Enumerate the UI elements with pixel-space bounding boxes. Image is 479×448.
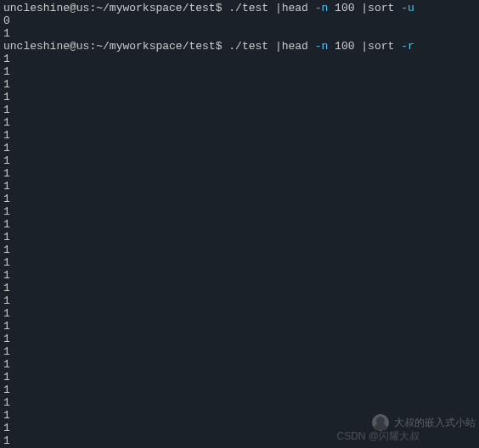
command-text: ./test |head — [228, 40, 314, 53]
output-line: 1 — [3, 256, 476, 269]
output-line: 1 — [3, 167, 476, 180]
output-line: 1 — [3, 358, 476, 371]
output-line: 1 — [3, 193, 476, 205]
prompt-line-1[interactable]: uncleshine@us:~/myworkspace/test$ ./test… — [3, 2, 476, 14]
flag-r: -r — [401, 40, 414, 53]
output-line: 1 — [3, 154, 476, 167]
terminal-output: uncleshine@us:~/myworkspace/test$ ./test… — [3, 2, 476, 447]
output-line: 1 — [3, 142, 476, 154]
output-line: 1 — [3, 180, 476, 193]
prompt-line-2[interactable]: uncleshine@us:~/myworkspace/test$ ./test… — [3, 40, 476, 53]
output-line: 1 — [3, 333, 476, 345]
output-line: 1 — [3, 129, 476, 142]
output-line: 1 — [3, 218, 476, 231]
output-line: 1 — [3, 422, 476, 434]
flag-n: -n — [315, 40, 329, 53]
output-line: 1 — [3, 205, 476, 218]
output-line: 1 — [3, 104, 476, 116]
output-line: 1 — [3, 244, 476, 256]
output-line: 1 — [3, 320, 476, 333]
cwd-path: ~/myworkspace/test — [96, 40, 215, 53]
output-line: 1 — [3, 294, 476, 307]
user-host: uncleshine@us — [3, 2, 89, 14]
output-line: 0 — [3, 14, 476, 27]
user-host: uncleshine@us — [3, 40, 89, 53]
output-line: 1 — [3, 116, 476, 129]
output-line: 1 — [3, 78, 476, 91]
output-line: 1 — [3, 91, 476, 104]
output-line: 1 — [3, 371, 476, 384]
command-text: ./test |head — [228, 2, 314, 14]
output-line: 1 — [3, 53, 476, 65]
output-line: 1 — [3, 65, 476, 78]
output-line: 1 — [3, 231, 476, 244]
output-line: 1 — [3, 345, 476, 358]
output-line: 1 — [3, 434, 476, 447]
output-line: 1 — [3, 307, 476, 320]
prompt-symbol: $ — [216, 2, 229, 14]
flag-u: -u — [401, 2, 414, 14]
output-line: 1 — [3, 384, 476, 396]
cwd-path: ~/myworkspace/test — [96, 2, 215, 14]
output-line: 1 — [3, 27, 476, 40]
output-line: 1 — [3, 269, 476, 282]
output-line: 1 — [3, 396, 476, 409]
prompt-symbol: $ — [216, 40, 229, 53]
output-line: 1 — [3, 409, 476, 422]
output-line: 1 — [3, 282, 476, 294]
flag-n: -n — [315, 2, 329, 14]
